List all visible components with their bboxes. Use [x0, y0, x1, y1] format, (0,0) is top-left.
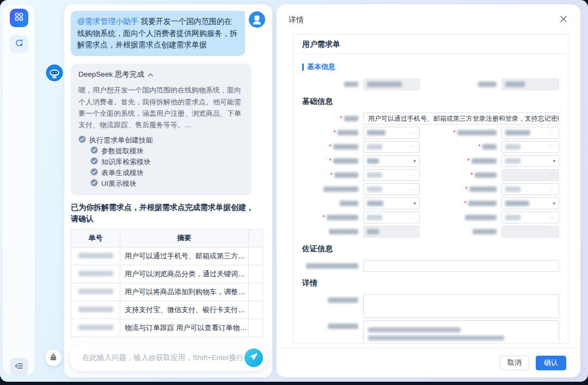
form-select[interactable]: ▾ [363, 197, 420, 209]
chat-input[interactable]: 在此输入问题，输入@获取应用，Shift+Enter换行 [82, 353, 244, 363]
collapse-sidebar-button[interactable] [10, 358, 28, 376]
checklist-item: 执行需求单创建技能 [78, 135, 244, 145]
apps-grid-button[interactable] [10, 9, 28, 27]
form-input[interactable]: ··· [363, 183, 420, 195]
ellipsis-icon[interactable]: ··· [549, 187, 555, 192]
checklist-item: 表单生成模块 [90, 168, 244, 178]
ellipsis-icon[interactable]: ··· [409, 187, 416, 192]
form-field-label: * [420, 172, 501, 178]
checklist-item-label: 执行需求单创建技能 [89, 135, 153, 145]
chat-input-bar: 在此输入问题，输入@获取应用，Shift+Enter换行 [69, 345, 267, 371]
redacted-text [323, 187, 358, 192]
table-row: 用户可以浏览商品分类，通过关键词… [71, 265, 263, 283]
form-select[interactable]: ▾ [501, 155, 559, 167]
send-icon [249, 352, 258, 363]
checklist-item: 参数提取模块 [90, 146, 244, 156]
checklist-item-label: 表单生成模块 [101, 168, 144, 178]
form-field-label [420, 82, 501, 87]
redacted-text [471, 158, 497, 164]
chat-message-list[interactable]: @需求管理小助手 我要开发一个国内范围的在线购物系统，面向个人消费者提供网购服务… [71, 10, 268, 339]
chevron-up-icon[interactable] [148, 71, 154, 79]
form-textarea[interactable] [363, 320, 559, 344]
redacted-text [338, 130, 358, 135]
form-input[interactable]: ··· [363, 169, 420, 181]
form-input-evidence[interactable] [363, 260, 559, 272]
chevron-down-icon[interactable]: ▾ [413, 201, 416, 206]
checklist-item-label: 知识库检索模块 [101, 157, 151, 167]
form-field-label: * [302, 115, 363, 122]
redacted-text [368, 327, 461, 332]
form-field-label [302, 229, 363, 234]
form-field-label: * [420, 186, 501, 192]
form-input-full[interactable]: 用户可以通过手机号、邮箱或第三方登录注册和登录，支持忘记密码功能。 [363, 113, 559, 125]
required-asterisk: * [470, 172, 473, 178]
detail-confirm-button[interactable]: 确认 [536, 356, 566, 370]
table-row: 支持支付宝、微信支付、银行卡支付… [71, 301, 263, 319]
form-textarea[interactable] [363, 294, 559, 318]
form-row: ··· [302, 78, 559, 90]
chevron-down-icon[interactable]: ▾ [553, 201, 555, 206]
ellipsis-icon[interactable]: ··· [549, 173, 555, 178]
required-asterisk: * [329, 144, 332, 150]
app-mention[interactable]: @需求管理小助手 [77, 17, 138, 26]
result-text: 已为你拆解需求点，并根据需求点完成需求单据创建，请确认 [71, 202, 258, 225]
user-message-row: @需求管理小助手 我要开发一个国内范围的在线购物系统，面向个人消费者提供网购服务… [71, 11, 268, 56]
redacted-text [367, 187, 382, 192]
send-button[interactable] [244, 349, 263, 367]
extra-cell [249, 319, 263, 337]
ellipsis-icon[interactable]: ··· [409, 215, 416, 220]
redacted-text [334, 172, 358, 178]
required-asterisk: * [330, 172, 333, 178]
order-no-cell [71, 247, 120, 265]
redacted-text [344, 82, 358, 87]
section-detail: 详情 [302, 278, 559, 288]
redacted-text [505, 215, 520, 220]
form-row-full: *用户可以通过手机号、邮箱或第三方登录注册和登录，支持忘记密码功能。 [302, 113, 559, 125]
form-field-label [302, 201, 363, 206]
apps-grid-icon [14, 12, 24, 24]
ellipsis-icon[interactable]: ··· [409, 173, 416, 178]
form-input[interactable]: ··· [363, 212, 420, 223]
ellipsis-icon[interactable]: ··· [409, 131, 416, 135]
required-asterisk: * [478, 144, 481, 150]
chevron-down-icon[interactable]: ▾ [553, 159, 555, 164]
extra-cell [249, 265, 263, 283]
form-input[interactable]: ··· [501, 141, 559, 153]
table-row: 用户可以通过手机号、邮箱或第三方… [71, 247, 263, 265]
new-chat-button[interactable] [10, 35, 28, 53]
redacted-text [475, 172, 497, 178]
form-input[interactable]: ··· [501, 183, 559, 195]
check-circle-icon [78, 135, 86, 145]
clear-chat-button[interactable] [45, 350, 62, 366]
form-input[interactable]: ··· [363, 127, 420, 139]
close-icon[interactable] [560, 15, 567, 25]
ellipsis-icon[interactable]: ··· [549, 229, 555, 234]
form-input[interactable]: ··· [501, 212, 559, 223]
ellipsis-icon[interactable]: ··· [549, 131, 555, 135]
redacted-text [344, 116, 358, 121]
ellipsis-icon[interactable]: ··· [549, 82, 555, 87]
order-no-cell [71, 265, 120, 283]
form-field-label [302, 263, 363, 269]
order-no-cell [71, 283, 120, 301]
form-field-label [302, 294, 363, 303]
order-no-cell [71, 319, 120, 337]
form-input[interactable]: ··· [363, 141, 420, 153]
thinking-header[interactable]: DeepSeek 思考完成 [78, 70, 244, 79]
redacted-text [367, 229, 379, 234]
ellipsis-icon[interactable]: ··· [549, 215, 555, 220]
form-input[interactable]: ··· [501, 127, 559, 139]
thinking-body: 嗯，用户想开发一个国内范围的在线购物系统，面向个人消费者。首先，我得拆解他的需求… [78, 84, 244, 131]
redacted-text [367, 82, 402, 87]
form-select[interactable]: ▾ [501, 197, 559, 209]
redacted-text [478, 82, 497, 87]
section-basic-info: 基本信息 [302, 62, 559, 72]
chevron-down-icon[interactable]: ▾ [413, 159, 416, 164]
ellipsis-icon[interactable]: ··· [549, 145, 555, 150]
skill-checklist: 执行需求单创建技能参数提取模块知识库检索模块表单生成模块UI展示模块 [78, 135, 244, 189]
form-field-label: * [302, 158, 363, 164]
detail-cancel-button[interactable]: 取消 [500, 356, 529, 370]
ellipsis-icon[interactable]: ··· [409, 145, 416, 150]
summary-cell: 用户可以将商品添加到购物车，调整… [120, 283, 249, 301]
form-select[interactable]: ▾ [363, 155, 420, 167]
